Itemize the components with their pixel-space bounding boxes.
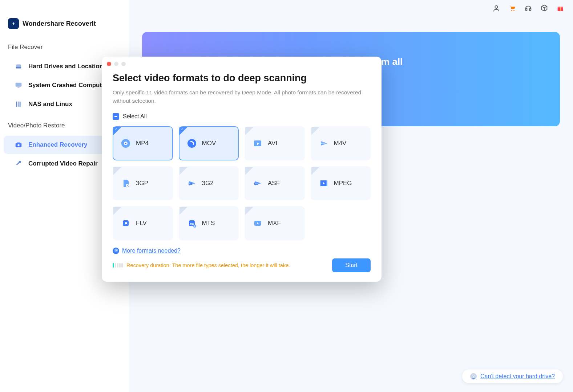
modal-subtitle: Only specific 11 video formats can be re… [113, 88, 371, 105]
format-label: MXF [268, 220, 281, 227]
close-icon[interactable] [107, 62, 111, 66]
format-card-mts[interactable]: HD MTS [179, 206, 239, 240]
format-card-mov[interactable]: ✓ MOV [179, 126, 239, 160]
check-icon: ✓ [181, 127, 183, 131]
mpeg-format-icon [318, 177, 330, 189]
m4v-format-icon: M4V [318, 138, 330, 149]
format-label: 3G2 [202, 180, 214, 187]
corner-indicator-icon [311, 167, 319, 175]
svg-point-17 [125, 143, 126, 144]
svg-point-18 [187, 139, 196, 148]
format-label: MP4 [136, 140, 149, 147]
chat-icon: ✉ [113, 248, 119, 254]
modal-overlay: Select video formats to do deep scanning… [0, 0, 573, 392]
corner-indicator-icon [179, 167, 187, 175]
duration-note: Recovery duration: The more file types s… [113, 262, 290, 268]
mov-format-icon [186, 138, 198, 149]
svg-rect-33 [326, 180, 327, 186]
mts-format-icon: HD [186, 217, 198, 229]
format-grid: ✓ MP4 ✓ MOV AVI M4V M4V 3GP 3G2 3G2 ASF … [113, 126, 371, 240]
corner-indicator-icon [179, 207, 187, 215]
start-button[interactable]: Start [332, 258, 371, 272]
svg-text:HD: HD [190, 222, 194, 225]
modal-traffic-lights[interactable] [107, 62, 126, 66]
corner-indicator-icon [113, 207, 121, 215]
modal-title: Select video formats to do deep scanning [113, 73, 371, 84]
format-label: MPEG [334, 180, 352, 187]
format-card-mpeg[interactable]: MPEG [311, 166, 371, 200]
select-all-checkbox[interactable]: Select All [113, 113, 371, 120]
mp4-format-icon [120, 138, 132, 149]
corner-indicator-icon [245, 207, 253, 215]
format-card-mp4[interactable]: ✓ MP4 [113, 126, 173, 160]
avi-format-icon [252, 138, 263, 149]
more-formats-label: More formats needed? [122, 248, 181, 254]
corner-indicator-icon [245, 127, 253, 135]
format-card-3gp[interactable]: 3GP [113, 166, 173, 200]
format-card-asf[interactable]: ASF ASF [245, 166, 305, 200]
asf-format-icon: ASF [252, 177, 263, 189]
3gp-format-icon [120, 177, 132, 189]
svg-text:M4V: M4V [321, 142, 326, 144]
checkbox-indeterminate-icon [113, 113, 119, 120]
format-label: 3GP [136, 180, 148, 187]
mxf-format-icon [252, 217, 263, 229]
flv-format-icon [120, 217, 132, 229]
corner-indicator-icon [245, 167, 253, 175]
corner-indicator-icon [311, 127, 319, 135]
format-label: M4V [334, 140, 347, 147]
svg-rect-32 [320, 180, 321, 186]
3g2-format-icon: 3G2 [186, 177, 198, 189]
corner-indicator-icon [113, 167, 121, 175]
svg-text:ASF: ASF [255, 183, 258, 185]
check-icon: ✓ [114, 127, 117, 131]
format-select-modal: Select video formats to do deep scanning… [102, 57, 382, 282]
format-label: ASF [268, 180, 280, 187]
format-card-flv[interactable]: FLV [113, 206, 173, 240]
svg-text:3G2: 3G2 [189, 183, 193, 185]
format-card-avi[interactable]: AVI [245, 126, 305, 160]
format-card-3g2[interactable]: 3G2 3G2 [179, 166, 239, 200]
format-card-m4v[interactable]: M4V M4V [311, 126, 371, 160]
format-label: FLV [136, 220, 147, 227]
format-card-mxf[interactable]: MXF [245, 206, 305, 240]
select-all-label: Select All [123, 113, 147, 120]
format-label: MTS [202, 220, 215, 227]
format-label: AVI [268, 140, 277, 147]
duration-text: Recovery duration: The more file types s… [126, 262, 290, 268]
more-formats-link[interactable]: ✉ More formats needed? [113, 248, 371, 254]
duration-bars-icon [113, 263, 123, 268]
format-label: MOV [202, 140, 216, 147]
